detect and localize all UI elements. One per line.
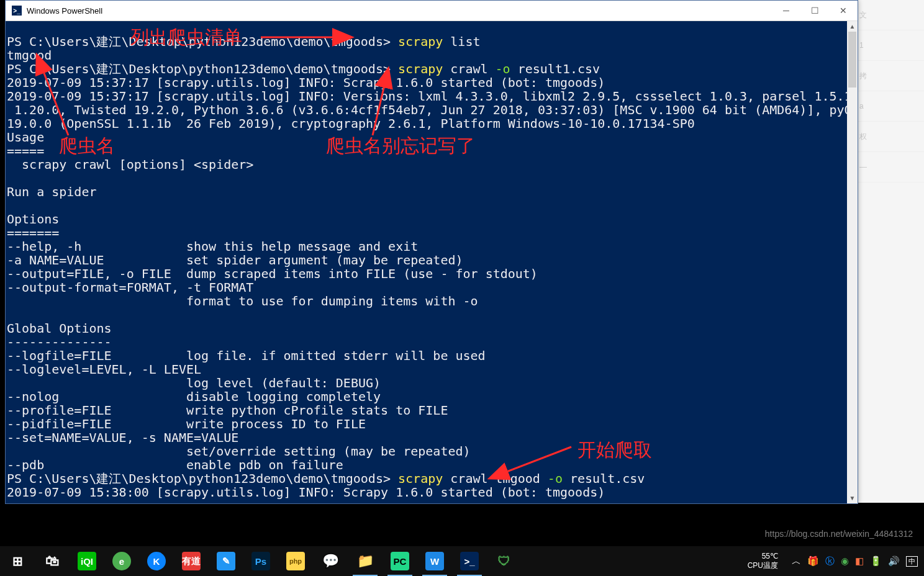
taskbar-wps-icon[interactable]: W	[417, 546, 452, 576]
tray-360-icon[interactable]: ◉	[841, 556, 849, 567]
close-button[interactable]: ✕	[829, 1, 858, 20]
tray-cpu-temp[interactable]: 55℃ CPU温度	[740, 552, 786, 570]
watermark: https://blog.csdn.net/weixin_44841312	[765, 529, 913, 539]
tray-gift-icon[interactable]: 🎁	[807, 556, 819, 567]
taskbar-iqiyi-icon[interactable]: iQI	[70, 546, 104, 576]
taskbar-browser-icon[interactable]: e	[104, 546, 139, 576]
taskbar-powershell-icon[interactable]: >_	[452, 546, 487, 576]
system-tray[interactable]: 55℃ CPU温度 ︿ 🎁 ⓚ ◉ ◧ 🔋 🔊 中	[740, 546, 924, 576]
powershell-window: >_ Windows PowerShell ─ ☐ ✕ PS C:\Users\…	[5, 0, 858, 504]
taskbar-wechat-icon[interactable]: 💬	[313, 546, 348, 576]
temp-value: 55℃	[762, 552, 778, 561]
taskbar[interactable]: ⊞ 🛍 iQI e K 有道 ✎ Ps php 💬 📁 PC W >_ 🛡 55…	[0, 546, 924, 576]
minimize-button[interactable]: ─	[772, 1, 800, 20]
background-window: 文1拷a权—	[857, 0, 924, 503]
temp-label: CPU温度	[748, 561, 778, 570]
maximize-button[interactable]: ☐	[800, 1, 829, 20]
taskbar-app-icon[interactable]: ✎	[209, 546, 243, 576]
tray-app2-icon[interactable]: ◧	[855, 556, 864, 567]
scroll-thumb[interactable]	[848, 32, 856, 88]
scroll-down-button[interactable]: ▼	[847, 493, 858, 503]
taskbar-explorer-icon[interactable]: 📁	[348, 546, 383, 576]
taskbar-kugou-icon[interactable]: K	[139, 546, 174, 576]
taskbar-security-icon[interactable]: 🛡	[487, 546, 522, 576]
start-button[interactable]: ⊞	[0, 546, 35, 576]
window-title: Windows PowerShell	[27, 6, 772, 16]
tray-chevron-icon[interactable]: ︿	[792, 556, 801, 567]
scrollbar[interactable]: ▲ ▼	[847, 21, 858, 503]
terminal-area[interactable]: PS C:\Users\建江\Desktop\python123demo\dem…	[6, 21, 858, 503]
scroll-track[interactable]	[847, 32, 858, 493]
tray-volume-icon[interactable]: 🔊	[888, 556, 900, 567]
taskbar-pycharm-icon[interactable]: PC	[383, 546, 417, 576]
app-icon: >_	[12, 6, 22, 16]
titlebar[interactable]: >_ Windows PowerShell ─ ☐ ✕	[6, 1, 858, 21]
taskbar-youdao-icon[interactable]: 有道	[174, 546, 209, 576]
tray-language-icon[interactable]: 中	[906, 556, 918, 567]
tray-kugou-icon[interactable]: ⓚ	[825, 556, 835, 567]
taskbar-store-icon[interactable]: 🛍	[35, 546, 70, 576]
tray-battery-icon[interactable]: 🔋	[870, 556, 882, 567]
terminal-output: PS C:\Users\建江\Desktop\python123demo\dem…	[6, 35, 858, 499]
scroll-up-button[interactable]: ▲	[847, 21, 858, 32]
taskbar-phpstudy-icon[interactable]: php	[278, 546, 313, 576]
taskbar-photoshop-icon[interactable]: Ps	[243, 546, 278, 576]
